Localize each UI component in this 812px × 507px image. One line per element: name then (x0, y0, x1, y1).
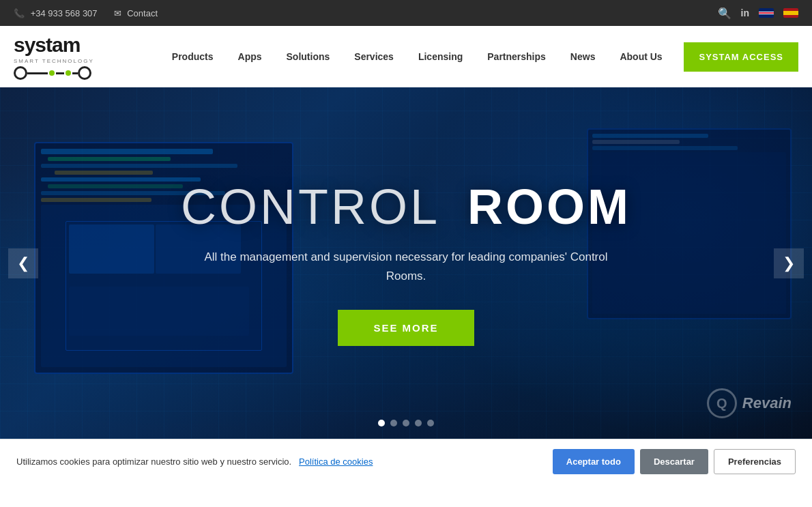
hero-dots (378, 420, 434, 426)
logo-line2 (56, 72, 64, 74)
nav-link-about[interactable]: About Us (607, 26, 674, 87)
cookie-policy-link[interactable]: Política de cookies (299, 457, 373, 467)
logo-line (27, 72, 48, 74)
hero-next-button[interactable]: ❯ (774, 248, 804, 278)
cookie-text: Utilizamos cookies para optimizar nuestr… (16, 457, 546, 467)
hero-dot-4[interactable] (415, 420, 422, 426)
nav-link-services[interactable]: Services (342, 26, 406, 87)
logo-circle-right (78, 66, 91, 80)
top-bar: 📞 +34 933 568 307 ✉ Contact 🔍 in (0, 0, 812, 26)
logo: systam SMART TECHNOLOGY (14, 33, 150, 80)
nav-item-partnerships[interactable]: Partnerships (475, 26, 558, 87)
phone-item: 📞 +34 933 568 307 (14, 8, 98, 18)
nav-item-services[interactable]: Services (342, 26, 406, 87)
top-bar-right: 🔍 in (718, 7, 798, 20)
nav-item-solutions[interactable]: Solutions (274, 26, 343, 87)
logo-text: systam (14, 33, 80, 57)
nav-link-licensing[interactable]: Licensing (406, 26, 475, 87)
hero-title: CONTROL ROOM (181, 180, 631, 234)
cookie-bar: Utilizamos cookies para optimizar nuestr… (0, 439, 812, 484)
phone-number: +34 933 568 307 (31, 8, 98, 18)
hero-dot-3[interactable] (403, 420, 409, 426)
cookie-decline-button[interactable]: Descartar (640, 449, 708, 474)
cookie-prefs-button[interactable]: Preferencias (714, 449, 796, 474)
logo-dot-green1 (49, 70, 55, 76)
hero-subtitle: All the management and supervision neces… (194, 248, 618, 285)
flag-es-icon[interactable] (783, 8, 798, 18)
revain-watermark: Q Revain (707, 388, 792, 418)
systam-access-button[interactable]: SYSTAM ACCESS (684, 42, 798, 72)
hero-dot-5[interactable] (427, 420, 434, 426)
linkedin-icon[interactable]: in (741, 8, 749, 18)
nav-link-news[interactable]: News (558, 26, 608, 87)
hero-prev-button[interactable]: ❮ (8, 248, 38, 278)
search-icon[interactable]: 🔍 (718, 7, 731, 20)
nav-item-about[interactable]: About Us (607, 26, 674, 87)
nav-link-solutions[interactable]: Solutions (274, 26, 343, 87)
hero-dot-2[interactable] (390, 420, 397, 426)
nav-item-products[interactable]: Products (160, 26, 226, 87)
logo-circle-left (14, 66, 27, 80)
contact-link[interactable]: Contact (127, 8, 158, 18)
logo-icon-row (14, 66, 91, 80)
logo-sub: SMART TECHNOLOGY (14, 58, 94, 64)
contact-item[interactable]: ✉ Contact (114, 8, 158, 18)
see-more-button[interactable]: SEE MORE (338, 310, 474, 346)
hero-dot-1[interactable] (378, 420, 385, 426)
revain-circle: Q (707, 388, 737, 418)
nav-item-apps[interactable]: Apps (226, 26, 274, 87)
navbar: systam SMART TECHNOLOGY Products Apps So… (0, 26, 812, 87)
top-bar-left: 📞 +34 933 568 307 ✉ Contact (14, 8, 158, 18)
hero-section: ❮ CONTROL ROOM All the management and su… (0, 87, 812, 439)
logo-dot-green2 (66, 70, 71, 76)
cookie-buttons: Aceptar todo Descartar Preferencias (553, 449, 796, 474)
flag-uk-icon[interactable] (759, 8, 774, 18)
hero-title-thin: CONTROL (181, 179, 440, 234)
phone-icon: 📞 (14, 8, 25, 18)
nav-link-partnerships[interactable]: Partnerships (475, 26, 558, 87)
hero-title-bold: ROOM (467, 179, 631, 234)
hero-content: CONTROL ROOM All the management and supe… (0, 87, 812, 439)
nav-links: Products Apps Solutions Services Licensi… (150, 26, 684, 87)
nav-item-news[interactable]: News (558, 26, 608, 87)
nav-link-products[interactable]: Products (160, 26, 226, 87)
nav-link-apps[interactable]: Apps (226, 26, 274, 87)
email-icon: ✉ (114, 8, 121, 18)
nav-item-licensing[interactable]: Licensing (406, 26, 475, 87)
logo-line3 (72, 72, 78, 74)
revain-text: Revain (742, 394, 792, 412)
cookie-accept-button[interactable]: Aceptar todo (553, 449, 635, 474)
cookie-message: Utilizamos cookies para optimizar nuestr… (16, 457, 291, 467)
